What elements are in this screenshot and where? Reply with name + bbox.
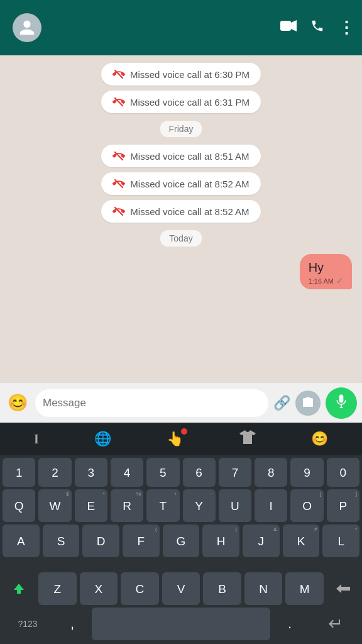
avatar[interactable] <box>13 13 41 42</box>
key-1[interactable]: 1 <box>3 458 35 487</box>
missed-call-text: Missed voice call at 6:31 PM <box>130 97 250 108</box>
key-6[interactable]: 6 <box>183 458 216 487</box>
missed-call-text: Missed voice call at 8:52 AM <box>130 179 249 189</box>
message-input[interactable] <box>35 389 268 417</box>
key-8[interactable]: 8 <box>255 458 287 487</box>
key-W[interactable]: $W <box>38 489 71 522</box>
svg-rect-0 <box>280 21 291 31</box>
missed-call-message: Missed voice call at 8:52 AM <box>101 172 260 195</box>
tshirt-tool[interactable] <box>239 430 256 448</box>
message-time: 1:16 AM <box>309 277 334 285</box>
key-Q[interactable]: Q <box>3 489 35 522</box>
key-H[interactable]: )H <box>202 525 239 557</box>
key-R[interactable]: %R <box>111 489 143 522</box>
key-P[interactable]: ]P <box>327 489 359 522</box>
emoji-button[interactable]: 😊 <box>5 391 30 415</box>
keyboard-key-rows: 1234567890 Q$W^E%R+T~YUI[O]P ASD(FG)H&J#… <box>0 455 362 572</box>
key-C[interactable]: C <box>121 572 159 605</box>
missed-call-text: Missed voice call at 8:52 AM <box>130 206 249 217</box>
key-X[interactable]: X <box>80 572 118 605</box>
camera-button[interactable] <box>295 391 321 416</box>
keyboard-toolbar: I 🌐 👆 😊 <box>0 423 362 455</box>
missed-call-message: Missed voice call at 6:31 PM <box>101 91 261 113</box>
day-separator: Today <box>160 230 201 247</box>
svg-marker-1 <box>291 20 297 31</box>
special-chars-key[interactable]: ?123 <box>3 608 53 640</box>
person-icon <box>18 19 36 36</box>
key-B[interactable]: B <box>203 572 241 605</box>
video-call-button[interactable] <box>280 19 297 36</box>
asdf-row: ASD(FG)H&J#K*L <box>3 525 359 557</box>
key-Z[interactable]: Z <box>38 572 77 605</box>
key-5[interactable]: 5 <box>146 458 179 487</box>
missed-call-message: Missed voice call at 6:30 PM <box>101 63 261 86</box>
backspace-key[interactable] <box>327 572 359 605</box>
cursor-tool[interactable]: I <box>34 432 39 447</box>
comma-key[interactable]: , <box>56 608 89 640</box>
key-E[interactable]: ^E <box>75 489 107 522</box>
period-key[interactable]: . <box>273 608 306 640</box>
key-2[interactable]: 2 <box>38 458 71 487</box>
more-options-button[interactable]: ⋮ <box>338 18 354 38</box>
missed-call-message: Missed voice call at 8:52 AM <box>101 200 260 223</box>
mic-icon <box>335 394 348 413</box>
key-J[interactable]: &J <box>243 525 280 557</box>
message-status: ✓ <box>336 276 343 286</box>
key-A[interactable]: A <box>3 525 40 557</box>
key-T[interactable]: +T <box>146 489 179 522</box>
key-Y[interactable]: ~Y <box>183 489 216 522</box>
camera-icon <box>302 396 314 410</box>
space-key[interactable] <box>92 608 270 640</box>
key-G[interactable]: G <box>163 525 200 557</box>
key-7[interactable]: 7 <box>219 458 251 487</box>
on-screen-keyboard: I 🌐 👆 😊 1234567890 Q$W^E%R+T~YUI[O]P ASD… <box>0 423 362 644</box>
chat-header: ⋮ <box>0 0 362 55</box>
emoji-tool[interactable]: 😊 <box>311 431 328 447</box>
key-9[interactable]: 9 <box>290 458 323 487</box>
missed-call-message: Missed voice call at 8:51 AM <box>101 145 260 167</box>
space-row: ?123 , . <box>0 608 362 644</box>
key-0[interactable]: 0 <box>327 458 359 487</box>
key-N[interactable]: N <box>244 572 283 605</box>
missed-call-text: Missed voice call at 6:30 PM <box>130 69 250 80</box>
attach-button[interactable]: 🔗 <box>273 395 290 411</box>
key-O[interactable]: [O <box>290 489 323 522</box>
day-separator: Friday <box>160 121 202 137</box>
number-row: 1234567890 <box>3 458 359 487</box>
qwerty-row: Q$W^E%R+T~YUI[O]P <box>3 489 359 522</box>
mic-button[interactable] <box>326 387 357 419</box>
gesture-tool[interactable]: 👆 <box>167 431 184 447</box>
key-I[interactable]: I <box>255 489 287 522</box>
key-4[interactable]: 4 <box>111 458 143 487</box>
missed-call-text: Missed voice call at 8:51 AM <box>130 151 249 162</box>
key-S[interactable]: S <box>43 525 80 557</box>
message-input-bar: 😊 🔗 <box>0 382 362 423</box>
message-text: Hy <box>309 260 343 275</box>
bottom-keyboard-row: ZXCVBNM <box>0 572 362 608</box>
key-V[interactable]: V <box>162 572 200 605</box>
key-M[interactable]: M <box>285 572 324 605</box>
key-U[interactable]: U <box>219 489 251 522</box>
chat-messages: Missed voice call at 6:30 PM Missed voic… <box>0 55 362 382</box>
key-K[interactable]: #K <box>283 525 320 557</box>
sent-message: Hy 1:16 AM ✓ <box>10 254 352 289</box>
voice-call-button[interactable] <box>310 19 324 36</box>
key-L[interactable]: *L <box>322 525 359 557</box>
enter-key[interactable] <box>309 608 359 640</box>
key-F[interactable]: (F <box>123 525 160 557</box>
shift-key[interactable] <box>3 572 35 605</box>
key-3[interactable]: 3 <box>75 458 107 487</box>
globe-tool[interactable]: 🌐 <box>94 431 111 447</box>
key-D[interactable]: D <box>82 525 119 557</box>
header-action-icons: ⋮ <box>280 18 354 38</box>
